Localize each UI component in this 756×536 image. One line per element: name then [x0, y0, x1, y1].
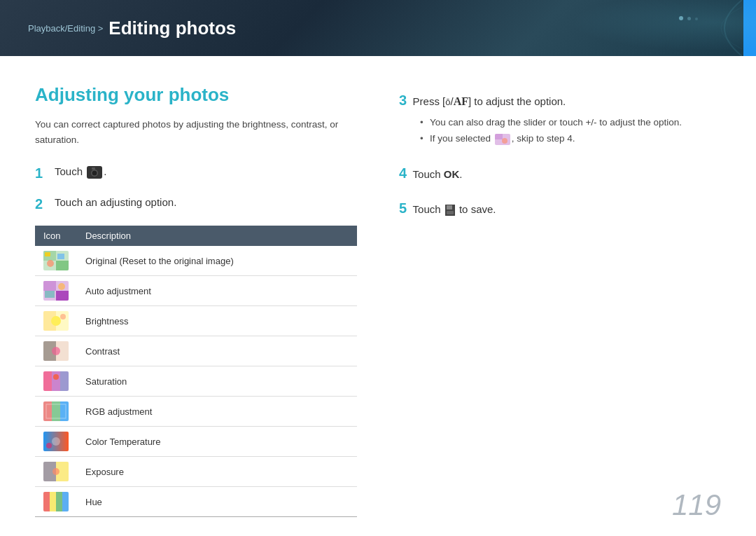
svg-rect-8 — [57, 254, 64, 259]
table-row: Saturation — [35, 366, 357, 397]
svg-point-2 — [92, 171, 97, 176]
svg-point-35 — [52, 437, 60, 446]
inline-icon-thumb — [495, 134, 510, 145]
icon-cell — [35, 457, 77, 487]
svg-point-27 — [53, 374, 59, 380]
table-row: RGB adjustment — [35, 397, 357, 427]
page-header: Playback/Editing > Editing photos — [0, 0, 756, 56]
step-5-text: Touch to save. — [413, 203, 496, 215]
svg-rect-50 — [447, 205, 452, 209]
svg-rect-14 — [45, 291, 55, 298]
step-3-bullets: You can also drag the slider or touch +/… — [420, 115, 721, 147]
step-2: 2 Touch an adjusting option. — [35, 195, 357, 213]
bullet-2: If you selected , skip to step 4. — [420, 131, 721, 147]
svg-rect-12 — [56, 291, 69, 301]
desc-rgb: RGB adjustment — [77, 397, 357, 427]
table-row: Original (Reset to the original image) — [35, 246, 357, 276]
col-header-description: Description — [77, 226, 357, 246]
svg-point-22 — [52, 347, 60, 355]
table-row: Exposure — [35, 457, 357, 487]
table-row: Auto adjustment — [35, 276, 357, 306]
desc-saturation: Saturation — [77, 366, 357, 397]
svg-point-36 — [46, 443, 52, 448]
table-row: Contrast — [35, 336, 357, 366]
decorative-dots — [677, 11, 700, 23]
table-row: Color Temperature — [35, 427, 357, 457]
svg-rect-26 — [60, 371, 69, 391]
svg-point-7 — [47, 260, 54, 267]
svg-rect-9 — [45, 252, 50, 256]
step-3-text: Press [ō/AF] to adjust the option. — [413, 95, 566, 107]
adjusting-options-table: Icon Description — [35, 226, 357, 517]
desc-brightness: Brightness — [77, 306, 357, 336]
accent-bar — [743, 0, 756, 56]
hue-icon — [43, 492, 69, 511]
bullet-1: You can also drag the slider or touch +/… — [420, 115, 721, 131]
desc-auto: Auto adjustment — [77, 276, 357, 306]
table-row: Hue — [35, 487, 357, 517]
step-2-text: Touch an adjusting option. — [55, 195, 176, 209]
svg-rect-44 — [56, 492, 62, 511]
main-content: Adjusting your photos You can correct ca… — [0, 56, 756, 536]
step-number-1: 1 — [35, 164, 50, 182]
icon-cell — [35, 487, 77, 517]
svg-rect-47 — [495, 134, 503, 139]
desc-hue: Hue — [77, 487, 357, 517]
step-number-3: 3 — [399, 92, 407, 108]
svg-rect-11 — [43, 281, 56, 291]
desc-contrast: Contrast — [77, 336, 357, 366]
svg-rect-42 — [43, 492, 50, 511]
step-5-line: 5 Touch to save. — [399, 199, 721, 217]
brightness-icon — [43, 311, 69, 331]
desc-original: Original (Reset to the original image) — [77, 246, 357, 276]
svg-point-18 — [60, 314, 66, 319]
svg-rect-6 — [56, 261, 69, 270]
decorative-curve — [602, 0, 742, 56]
breadcrumb: Playback/Editing > — [28, 23, 103, 34]
step-number-5: 5 — [399, 200, 407, 216]
step-4-text: Touch OK. — [413, 168, 463, 180]
svg-rect-51 — [447, 211, 454, 214]
icon-cell — [35, 397, 77, 427]
svg-point-40 — [52, 468, 59, 475]
step-5: 5 Touch to save. — [399, 199, 721, 217]
icon-cell — [35, 246, 77, 276]
step-1: 1 Touch . — [35, 164, 357, 182]
icon-cell — [35, 276, 77, 306]
step-1-text: Touch . — [55, 164, 106, 179]
auto-adj-icon — [43, 281, 69, 301]
right-column: 3 Press [ō/AF] to adjust the option. You… — [399, 84, 721, 508]
icon-cell — [35, 427, 77, 457]
contrast-icon — [43, 341, 69, 361]
color-temp-icon — [43, 432, 69, 451]
table-row: Brightness — [35, 306, 357, 336]
step-number-2: 2 — [35, 195, 50, 213]
desc-exposure: Exposure — [77, 457, 357, 487]
svg-rect-24 — [43, 371, 52, 391]
step-number-4: 4 — [399, 165, 407, 181]
icon-cell — [35, 306, 77, 336]
table-header-row: Icon Description — [35, 226, 357, 246]
svg-rect-3 — [92, 167, 95, 170]
svg-point-17 — [51, 316, 61, 326]
save-icon — [445, 205, 455, 216]
step-3-line: 3 Press [ō/AF] to adjust the option. — [399, 91, 721, 109]
table-body: Original (Reset to the original image) — [35, 246, 357, 517]
rgb-icon — [43, 401, 69, 421]
original-icon — [43, 251, 69, 270]
intro-text: You can correct captured photos by adjus… — [35, 117, 357, 147]
saturation-icon — [43, 371, 69, 391]
exposure-icon — [43, 462, 69, 481]
step-4-line: 4 Touch OK. — [399, 164, 721, 182]
svg-point-13 — [58, 283, 65, 290]
step-3: 3 Press [ō/AF] to adjust the option. You… — [399, 91, 721, 147]
col-header-icon: Icon — [35, 226, 77, 246]
desc-color-temp: Color Temperature — [77, 427, 357, 457]
svg-rect-43 — [50, 492, 56, 511]
step-4: 4 Touch OK. — [399, 164, 721, 182]
icon-cell — [35, 366, 77, 397]
camera-icon — [87, 166, 102, 179]
page-number: 119 — [672, 488, 721, 522]
svg-rect-45 — [62, 492, 69, 511]
left-column: Adjusting your photos You can correct ca… — [35, 84, 357, 508]
